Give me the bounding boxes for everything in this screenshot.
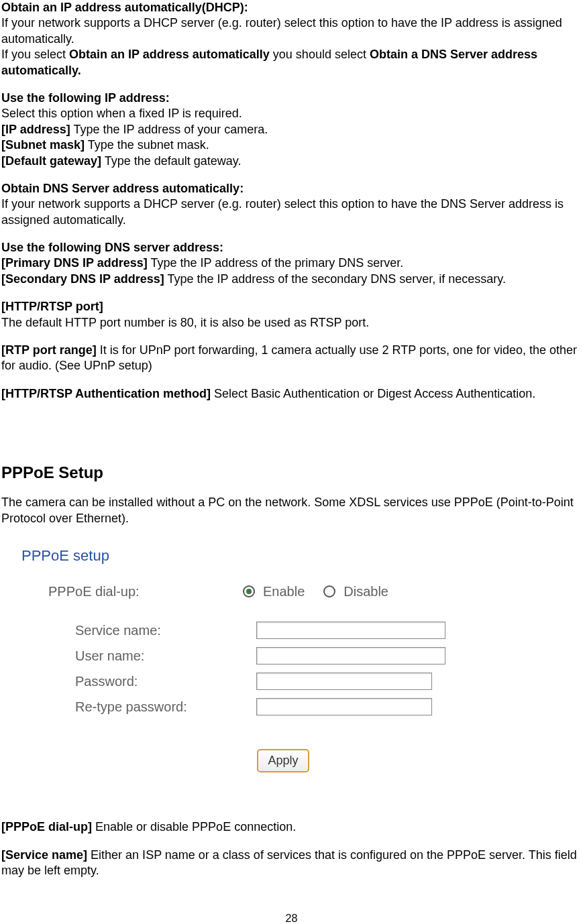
ip-address-line: [IP address] Type the IP address of your… [1,122,582,137]
subnet-line: [Subnet mask] Type the subnet mask. [1,137,582,153]
service-input[interactable] [256,622,445,639]
service-label: Service name: [75,622,256,639]
dns-static-heading: Use the following DNS server address: [1,240,582,255]
http-port-heading: [HTTP/RTSP port] [1,299,582,314]
static-ip-line1: Select this option when a fixed IP is re… [1,106,582,121]
dns-auto-line1: If your network supports a DHCP server (… [1,196,582,228]
dhcp-heading: Obtain an IP address automatically(DHCP)… [1,0,582,15]
primary-dns-line: [Primary DNS IP address] Type the IP add… [1,255,582,271]
http-port-line1: The default HTTP port number is 80, it i… [1,315,582,331]
dialup-row: PPPoE dial-up: Enable Disable [21,583,545,600]
password-label: Password: [75,673,256,690]
password-input[interactable] [256,673,432,690]
gateway-line: [Default gateway] Type the default gatew… [1,154,582,169]
pppoe-intro: The camera can be installed without a PC… [1,495,582,526]
retype-row: Re-type password: [21,698,545,715]
enable-label: Enable [263,583,305,600]
apply-button[interactable]: Apply [257,749,309,772]
service-row: Service name: [21,622,545,639]
disable-radio[interactable] [323,585,335,597]
dialup-radio-group: Enable Disable [229,583,388,600]
static-ip-heading: Use the following IP address: [1,91,582,106]
auth-line: [HTTP/RTSP Authentication method] Select… [1,386,582,402]
dns-auto-heading: Obtain DNS Server address automatically: [1,181,582,196]
pppoe-panel-title: PPPoE setup [21,546,545,566]
password-row: Password: [21,673,545,690]
retype-label: Re-type password: [75,698,256,715]
pppoe-service-desc: [Service name] Either an ISP name or a c… [1,848,582,879]
retype-input[interactable] [256,698,432,715]
pppoe-dialup-desc: [PPPoE dial-up] Enable or disable PPPoE … [1,819,582,835]
dhcp-line2: If you select Obtain an IP address autom… [1,47,582,78]
disable-label: Disable [343,583,388,600]
pppoe-form-figure: PPPoE setup PPPoE dial-up: Enable Disabl… [21,546,545,772]
user-label: User name: [75,647,256,665]
user-input[interactable] [256,647,445,665]
page-number: 28 [1,912,582,924]
secondary-dns-line: [Secondary DNS IP address] Type the IP a… [1,272,582,287]
user-row: User name: [21,647,545,665]
rtp-line: [RTP port range] It is for UPnP port for… [1,343,582,374]
pppoe-title: PPPoE Setup [1,462,582,483]
dialup-label: PPPoE dial-up: [48,583,229,600]
dhcp-line1: If your network supports a DHCP server (… [1,15,582,47]
enable-radio[interactable] [243,585,255,597]
